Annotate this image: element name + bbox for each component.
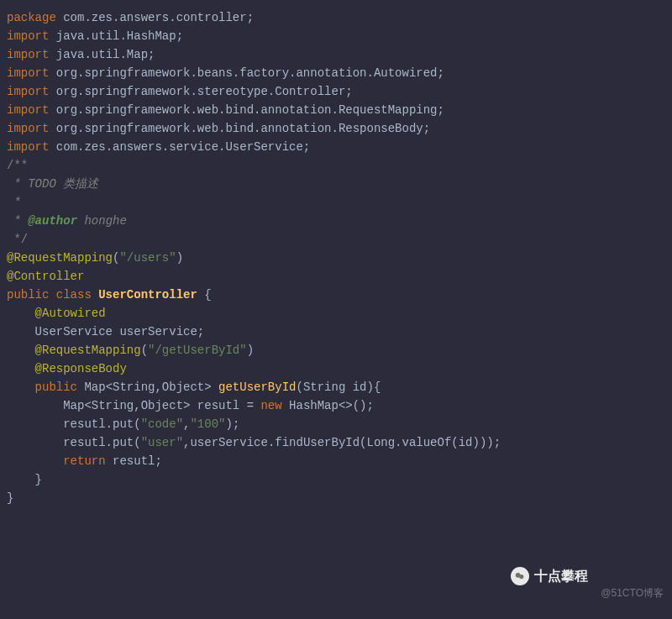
code-line: import org.springframework.web.bind.anno… [7,101,665,119]
code-line: resutl.put("code","100"); [7,415,665,433]
code-line: */ [7,230,665,249]
watermark-text: @51CTO博客 [601,584,664,602]
code-line: Map<String,Object> resutl = new HashMap<… [7,396,665,415]
code-line: @RequestMapping("/users") [7,249,665,267]
watermark-bubble-text: 十点攀程 [534,567,588,585]
code-line: import java.util.Map; [7,45,665,64]
code-line: public Map<String,Object> getUserById(St… [7,378,665,396]
code-line: resutl.put("user",userService.findUserBy… [7,433,665,452]
code-line: import org.springframework.stereotype.Co… [7,82,665,101]
code-line: return resutl; [7,452,665,470]
svg-point-1 [519,574,523,579]
code-line: UserService userService; [7,323,665,341]
code-line: @ResponseBody [7,359,665,378]
code-line: import com.zes.answers.service.UserServi… [7,138,665,156]
code-line: * @author honghe [7,212,665,230]
code-block: package com.zes.answers.controller;impor… [7,8,665,507]
code-line: } [7,489,665,507]
code-line: * [7,193,665,212]
code-line: public class UserController { [7,286,665,304]
watermark-bubble: 十点攀程 [511,567,588,585]
code-line: @RequestMapping("/getUserById") [7,341,665,359]
code-line: import org.springframework.beans.factory… [7,64,665,82]
wechat-icon [511,567,529,585]
code-line: import org.springframework.web.bind.anno… [7,119,665,138]
code-line: import java.util.HashMap; [7,27,665,45]
code-line: /** [7,156,665,175]
code-line: * TODO 类描述 [7,175,665,193]
code-line: @Autowired [7,304,665,323]
code-line: } [7,470,665,489]
code-line: package com.zes.answers.controller; [7,8,665,27]
code-line: @Controller [7,267,665,286]
